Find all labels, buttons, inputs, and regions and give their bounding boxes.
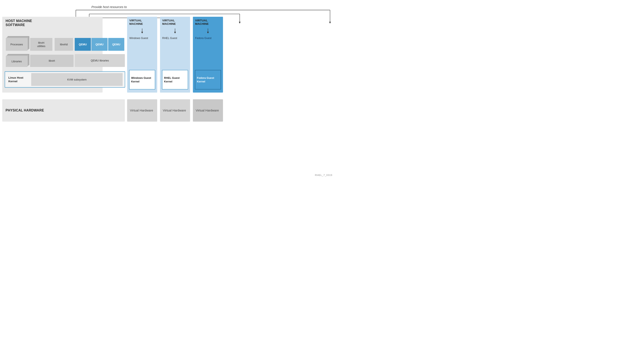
libvirt-utilities-label: libvirt utilities: [37, 41, 45, 48]
svg-marker-7: [239, 22, 240, 24]
vm1-guest-label: Windows Guest: [130, 36, 148, 40]
virtual-hw2-label: Virtual Hardware: [163, 108, 186, 113]
libvirtd-label: libvirtd: [60, 43, 68, 46]
vm3-kernel-label: Fedora Guest Kernel: [197, 76, 219, 83]
virtual-hw1-label: Virtual Hardware: [130, 108, 153, 113]
vm2-arrow: [173, 29, 177, 34]
libvirt-label: libvirt: [49, 59, 55, 63]
vm2-kernel-label: RHEL Guest Kernel: [164, 76, 186, 83]
vm2-guest-label: RHEL Guest: [162, 36, 177, 40]
vm3-guest-label: Fedora Guest: [195, 36, 212, 40]
physical-section: PHYSICAL HARDWARE: [2, 99, 125, 121]
physical-label: PHYSICAL HARDWARE: [6, 109, 44, 112]
vm3-arrow: [206, 29, 210, 34]
vm1-kernel-box: Windows Guest Kernel: [129, 70, 155, 90]
vm2-kernel-box: RHEL Guest Kernel: [162, 70, 188, 90]
virtual-hw3: Virtual Hardware: [193, 99, 223, 121]
virtual-hw3-label: Virtual Hardware: [196, 108, 219, 113]
libraries-label: Libraries: [12, 60, 22, 63]
kvm-label: KVM subsystem: [67, 78, 87, 81]
vm2-title: VIRTUAL MACHINE: [162, 19, 176, 26]
vm3-title: VIRTUAL MACHINE: [195, 19, 209, 26]
qemu-libraries-label: QEMU libraries: [91, 59, 109, 62]
processes-label: Processes: [10, 43, 23, 46]
qemu2-label: QEMU: [96, 43, 104, 46]
qemu3-label: QEMU: [112, 43, 120, 46]
vm1-title: VIRTUAL MACHINE: [130, 19, 143, 26]
host-section-label: HOST MACHINE SOFTWARE: [6, 19, 32, 27]
svg-marker-15: [141, 32, 143, 34]
provide-host-label: Provide host resources to: [92, 5, 127, 9]
svg-marker-3: [329, 22, 331, 24]
vm3-section: VIRTUAL MACHINE Fedora Guest Fedora Gues…: [193, 17, 223, 93]
vm1-kernel-label: Windows Guest Kernel: [131, 76, 153, 83]
svg-marker-17: [174, 32, 176, 34]
vm1-section: VIRTUAL MACHINE Windows Guest Windows Gu…: [127, 17, 157, 93]
image-ref: RHEL_7_0319: [315, 174, 332, 177]
svg-marker-19: [207, 32, 209, 34]
vm2-section: VIRTUAL MACHINE RHEL Guest RHEL Guest Ke…: [160, 17, 190, 93]
diagram-container: Provide host resources to HOST MACHINE S…: [0, 0, 339, 181]
qemu1-label: QEMU: [79, 43, 87, 46]
linux-kernel-label: Linux Host Kernel: [8, 76, 23, 83]
vm3-kernel-box: Fedora Guest Kernel: [195, 70, 221, 90]
vm1-arrow: [140, 29, 144, 34]
virtual-hw2: Virtual Hardware: [160, 99, 190, 121]
virtual-hw1: Virtual Hardware: [127, 99, 157, 121]
